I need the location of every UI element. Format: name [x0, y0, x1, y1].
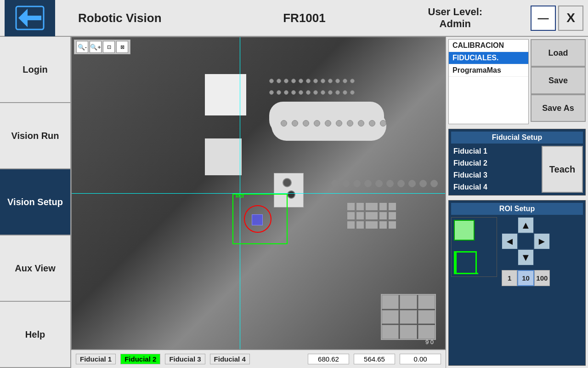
user-level-line1: User Level:: [428, 6, 483, 17]
roi-square-br: [455, 251, 457, 274]
coord-z: 0.00: [400, 354, 441, 364]
fiducial-item-3[interactable]: Fiducial 3: [451, 170, 539, 181]
program-entry-2[interactable]: ProgramaMas: [449, 64, 528, 77]
sidebar-item-vision-run[interactable]: Vision Run: [0, 103, 70, 169]
fiducial-item-2[interactable]: Fiducial 2: [451, 158, 539, 169]
zoom-in-button[interactable]: 🔍+: [90, 41, 102, 53]
sidebar: Login Vision Run Vision Setup Aux View H…: [0, 37, 71, 368]
zoom-fit-button[interactable]: ⊡: [103, 41, 115, 53]
sidebar-item-vision-setup[interactable]: Vision Setup: [0, 169, 70, 236]
center-content: 🔍- 🔍+ ⊡ ⊠: [71, 37, 446, 368]
sidebar-item-login[interactable]: Login: [0, 37, 70, 103]
roi-square-br-h: [455, 273, 478, 274]
logo: [5, 0, 55, 36]
file-buttons: Load Save Save As: [531, 39, 586, 122]
step-size-buttons: 1 10 100: [502, 270, 550, 286]
arrow-pad-empty-br: [534, 249, 550, 265]
fiducial-setup-section: Fiducial Setup Fiducial 1 Fiducial 2 Fid…: [448, 129, 586, 196]
program-area: CALIBRACION FIDUCIALES. ProgramaMas Load…: [448, 39, 586, 124]
arrow-pad-empty-tl: [502, 217, 518, 233]
arrow-pad-container: ▲ ◄ ► ▼ 1 10 100: [502, 217, 550, 286]
chip-pad-area: [347, 203, 373, 229]
zoom-out-button[interactable]: 🔍-: [76, 41, 88, 53]
arrow-left-button[interactable]: ◄: [502, 233, 518, 249]
arrow-up-button[interactable]: ▲: [518, 217, 534, 233]
save-as-button[interactable]: Save As: [531, 94, 586, 122]
roi-square-selector[interactable]: [451, 217, 497, 277]
roi-label: ROI: [236, 194, 244, 199]
crosshair-vertical: [240, 37, 240, 349]
user-level: User Level: Admin: [380, 6, 531, 30]
viewer-toolbar: 🔍- 🔍+ ⊡ ⊠: [74, 40, 130, 54]
sidebar-item-help[interactable]: Help: [0, 302, 70, 368]
teach-button[interactable]: Teach: [542, 146, 583, 193]
image-viewer: 🔍- 🔍+ ⊡ ⊠: [71, 37, 446, 350]
coord-y: 564.65: [354, 354, 395, 364]
program-entry-1[interactable]: FIDUCIALES.: [449, 52, 528, 64]
arrow-right-button[interactable]: ►: [534, 233, 550, 249]
sidebar-item-aux-view[interactable]: Aux View: [0, 236, 70, 302]
arrow-pad-empty-tr: [534, 217, 550, 233]
step-10-button[interactable]: 10: [517, 270, 534, 286]
save-button[interactable]: Save: [531, 67, 586, 94]
pill-connector-2: [324, 171, 446, 196]
fiducial-list: Fiducial 1 Fiducial 2 Fiducial 3 Fiducia…: [451, 146, 539, 193]
status-fiducial-4[interactable]: Fiducial 4: [210, 354, 250, 364]
roi-setup-title: ROI Setup: [451, 203, 583, 215]
load-button[interactable]: Load: [531, 39, 586, 67]
pill-connector: [271, 111, 386, 141]
status-fiducial-2[interactable]: Fiducial 2: [120, 354, 160, 364]
chip-pad-area-2: [370, 203, 396, 229]
user-level-line2: Admin: [440, 18, 471, 29]
pcb-component-2: [205, 138, 242, 175]
program-list: CALIBRACION FIDUCIALES. ProgramaMas: [448, 39, 529, 124]
roi-square-bottom-right-outline: [454, 251, 477, 274]
roi-square-top-left[interactable]: [454, 220, 475, 241]
coord-x: 680.62: [308, 354, 349, 364]
roi-setup-content: ▲ ◄ ► ▼ 1 10 100: [451, 217, 583, 286]
arrow-pad-center: [518, 233, 534, 249]
title-bar: Robotic Vision FR1001 User Level: Admin …: [0, 0, 588, 37]
fiducial-item-4[interactable]: Fiducial 4: [451, 182, 539, 193]
dots-row-2: [269, 90, 355, 95]
main-layout: Login Vision Run Vision Setup Aux View H…: [0, 37, 588, 368]
arrow-pad: ▲ ◄ ► ▼: [502, 217, 550, 265]
close-button[interactable]: X: [558, 6, 583, 31]
fiducial-setup-content: Fiducial 1 Fiducial 2 Fiducial 3 Fiducia…: [451, 146, 583, 193]
program-entry-0[interactable]: CALIBRACION: [449, 40, 528, 52]
arrow-pad-empty-bl: [502, 249, 518, 265]
minimize-button[interactable]: —: [531, 6, 556, 31]
fiducial-item-1[interactable]: Fiducial 1: [451, 146, 539, 157]
fiducial-marker: [252, 214, 263, 225]
app-title: Robotic Vision: [64, 11, 229, 25]
status-fiducial-1[interactable]: Fiducial 1: [76, 354, 116, 364]
status-fiducial-3[interactable]: Fiducial 3: [165, 354, 205, 364]
image-coord-annotation: 9 0: [425, 339, 434, 345]
large-connector: [381, 294, 436, 340]
arrow-down-button[interactable]: ▼: [518, 249, 534, 265]
fiducial-setup-title: Fiducial Setup: [451, 132, 583, 144]
dots-row-1: [269, 79, 355, 83]
zoom-actual-button[interactable]: ⊠: [116, 41, 128, 53]
title-controls: — X: [531, 6, 583, 31]
model-id: FR1001: [229, 11, 379, 25]
right-panel: CALIBRACION FIDUCIALES. ProgramaMas Load…: [446, 37, 588, 368]
status-bar: Fiducial 1 Fiducial 2 Fiducial 3 Fiducia…: [71, 350, 446, 368]
roi-setup-section: ROI Setup ▲: [448, 200, 586, 366]
step-1-button[interactable]: 1: [502, 270, 517, 286]
step-100-button[interactable]: 100: [534, 270, 550, 286]
